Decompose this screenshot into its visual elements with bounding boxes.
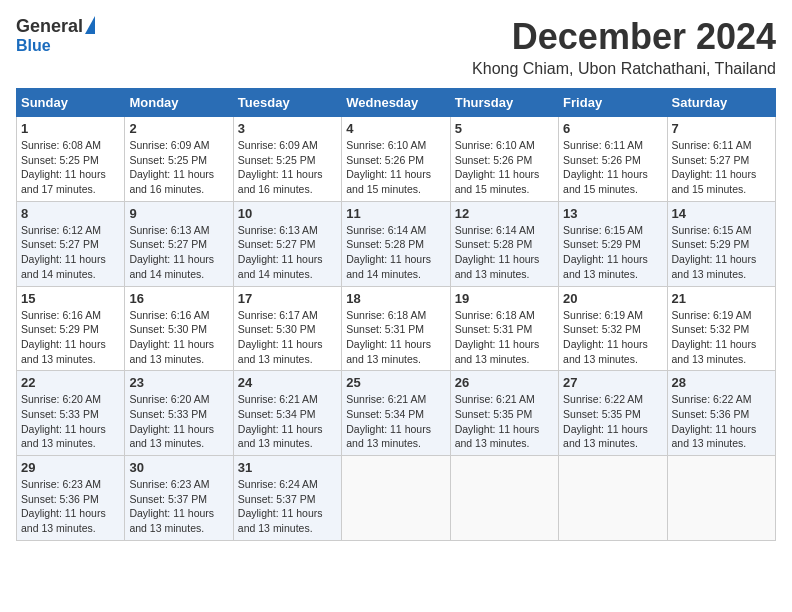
day-number: 19: [455, 291, 554, 306]
calendar-cell: 29Sunrise: 6:23 AMSunset: 5:36 PMDayligh…: [17, 456, 125, 541]
calendar-table: SundayMondayTuesdayWednesdayThursdayFrid…: [16, 88, 776, 541]
day-info: Sunrise: 6:15 AMSunset: 5:29 PMDaylight:…: [672, 223, 771, 282]
day-info: Sunrise: 6:21 AMSunset: 5:35 PMDaylight:…: [455, 392, 554, 451]
month-title: December 2024: [472, 16, 776, 58]
day-info: Sunrise: 6:23 AMSunset: 5:37 PMDaylight:…: [129, 477, 228, 536]
day-info: Sunrise: 6:14 AMSunset: 5:28 PMDaylight:…: [455, 223, 554, 282]
day-info: Sunrise: 6:08 AMSunset: 5:25 PMDaylight:…: [21, 138, 120, 197]
day-info: Sunrise: 6:09 AMSunset: 5:25 PMDaylight:…: [129, 138, 228, 197]
calendar-cell: 10Sunrise: 6:13 AMSunset: 5:27 PMDayligh…: [233, 201, 341, 286]
logo: General Blue: [16, 16, 95, 55]
day-info: Sunrise: 6:21 AMSunset: 5:34 PMDaylight:…: [346, 392, 445, 451]
calendar-cell: 18Sunrise: 6:18 AMSunset: 5:31 PMDayligh…: [342, 286, 450, 371]
column-header-wednesday: Wednesday: [342, 89, 450, 117]
calendar-cell: [559, 456, 667, 541]
logo-blue-text: Blue: [16, 37, 51, 55]
day-number: 4: [346, 121, 445, 136]
calendar-cell: 31Sunrise: 6:24 AMSunset: 5:37 PMDayligh…: [233, 456, 341, 541]
day-info: Sunrise: 6:15 AMSunset: 5:29 PMDaylight:…: [563, 223, 662, 282]
day-number: 20: [563, 291, 662, 306]
day-number: 11: [346, 206, 445, 221]
calendar-cell: 15Sunrise: 6:16 AMSunset: 5:29 PMDayligh…: [17, 286, 125, 371]
calendar-cell: 9Sunrise: 6:13 AMSunset: 5:27 PMDaylight…: [125, 201, 233, 286]
day-info: Sunrise: 6:19 AMSunset: 5:32 PMDaylight:…: [672, 308, 771, 367]
day-number: 2: [129, 121, 228, 136]
calendar-cell: 1Sunrise: 6:08 AMSunset: 5:25 PMDaylight…: [17, 117, 125, 202]
day-number: 5: [455, 121, 554, 136]
day-info: Sunrise: 6:16 AMSunset: 5:29 PMDaylight:…: [21, 308, 120, 367]
calendar-cell: 26Sunrise: 6:21 AMSunset: 5:35 PMDayligh…: [450, 371, 558, 456]
calendar-cell: 3Sunrise: 6:09 AMSunset: 5:25 PMDaylight…: [233, 117, 341, 202]
calendar-cell: 25Sunrise: 6:21 AMSunset: 5:34 PMDayligh…: [342, 371, 450, 456]
column-header-tuesday: Tuesday: [233, 89, 341, 117]
column-header-friday: Friday: [559, 89, 667, 117]
day-number: 24: [238, 375, 337, 390]
calendar-cell: 4Sunrise: 6:10 AMSunset: 5:26 PMDaylight…: [342, 117, 450, 202]
logo-triangle-icon: [85, 16, 95, 34]
day-number: 26: [455, 375, 554, 390]
day-number: 9: [129, 206, 228, 221]
calendar-cell: [342, 456, 450, 541]
calendar-cell: 16Sunrise: 6:16 AMSunset: 5:30 PMDayligh…: [125, 286, 233, 371]
day-number: 16: [129, 291, 228, 306]
calendar-cell: 24Sunrise: 6:21 AMSunset: 5:34 PMDayligh…: [233, 371, 341, 456]
calendar-cell: 6Sunrise: 6:11 AMSunset: 5:26 PMDaylight…: [559, 117, 667, 202]
calendar-cell: 17Sunrise: 6:17 AMSunset: 5:30 PMDayligh…: [233, 286, 341, 371]
day-info: Sunrise: 6:11 AMSunset: 5:26 PMDaylight:…: [563, 138, 662, 197]
day-number: 3: [238, 121, 337, 136]
day-number: 15: [21, 291, 120, 306]
calendar-cell: 30Sunrise: 6:23 AMSunset: 5:37 PMDayligh…: [125, 456, 233, 541]
day-number: 18: [346, 291, 445, 306]
calendar-cell: 2Sunrise: 6:09 AMSunset: 5:25 PMDaylight…: [125, 117, 233, 202]
day-number: 29: [21, 460, 120, 475]
location-text: Khong Chiam, Ubon Ratchathani, Thailand: [472, 60, 776, 78]
day-info: Sunrise: 6:23 AMSunset: 5:36 PMDaylight:…: [21, 477, 120, 536]
day-number: 27: [563, 375, 662, 390]
day-info: Sunrise: 6:13 AMSunset: 5:27 PMDaylight:…: [129, 223, 228, 282]
day-number: 6: [563, 121, 662, 136]
page-header: General Blue December 2024 Khong Chiam, …: [16, 16, 776, 78]
day-info: Sunrise: 6:14 AMSunset: 5:28 PMDaylight:…: [346, 223, 445, 282]
calendar-cell: 11Sunrise: 6:14 AMSunset: 5:28 PMDayligh…: [342, 201, 450, 286]
calendar-cell: [667, 456, 775, 541]
day-number: 8: [21, 206, 120, 221]
calendar-cell: 22Sunrise: 6:20 AMSunset: 5:33 PMDayligh…: [17, 371, 125, 456]
day-info: Sunrise: 6:10 AMSunset: 5:26 PMDaylight:…: [346, 138, 445, 197]
calendar-cell: 8Sunrise: 6:12 AMSunset: 5:27 PMDaylight…: [17, 201, 125, 286]
day-info: Sunrise: 6:22 AMSunset: 5:36 PMDaylight:…: [672, 392, 771, 451]
day-number: 25: [346, 375, 445, 390]
day-number: 28: [672, 375, 771, 390]
day-number: 7: [672, 121, 771, 136]
day-info: Sunrise: 6:20 AMSunset: 5:33 PMDaylight:…: [21, 392, 120, 451]
calendar-cell: 7Sunrise: 6:11 AMSunset: 5:27 PMDaylight…: [667, 117, 775, 202]
day-info: Sunrise: 6:24 AMSunset: 5:37 PMDaylight:…: [238, 477, 337, 536]
day-number: 13: [563, 206, 662, 221]
day-info: Sunrise: 6:13 AMSunset: 5:27 PMDaylight:…: [238, 223, 337, 282]
day-info: Sunrise: 6:16 AMSunset: 5:30 PMDaylight:…: [129, 308, 228, 367]
calendar-cell: 28Sunrise: 6:22 AMSunset: 5:36 PMDayligh…: [667, 371, 775, 456]
title-section: December 2024 Khong Chiam, Ubon Ratchath…: [472, 16, 776, 78]
day-info: Sunrise: 6:22 AMSunset: 5:35 PMDaylight:…: [563, 392, 662, 451]
calendar-week-5: 29Sunrise: 6:23 AMSunset: 5:36 PMDayligh…: [17, 456, 776, 541]
day-info: Sunrise: 6:09 AMSunset: 5:25 PMDaylight:…: [238, 138, 337, 197]
day-info: Sunrise: 6:20 AMSunset: 5:33 PMDaylight:…: [129, 392, 228, 451]
calendar-cell: 20Sunrise: 6:19 AMSunset: 5:32 PMDayligh…: [559, 286, 667, 371]
calendar-week-2: 8Sunrise: 6:12 AMSunset: 5:27 PMDaylight…: [17, 201, 776, 286]
calendar-cell: [450, 456, 558, 541]
day-info: Sunrise: 6:19 AMSunset: 5:32 PMDaylight:…: [563, 308, 662, 367]
calendar-cell: 23Sunrise: 6:20 AMSunset: 5:33 PMDayligh…: [125, 371, 233, 456]
day-number: 23: [129, 375, 228, 390]
calendar-week-4: 22Sunrise: 6:20 AMSunset: 5:33 PMDayligh…: [17, 371, 776, 456]
calendar-cell: 21Sunrise: 6:19 AMSunset: 5:32 PMDayligh…: [667, 286, 775, 371]
column-header-saturday: Saturday: [667, 89, 775, 117]
day-number: 22: [21, 375, 120, 390]
calendar-cell: 12Sunrise: 6:14 AMSunset: 5:28 PMDayligh…: [450, 201, 558, 286]
day-number: 31: [238, 460, 337, 475]
column-header-sunday: Sunday: [17, 89, 125, 117]
column-header-thursday: Thursday: [450, 89, 558, 117]
day-info: Sunrise: 6:17 AMSunset: 5:30 PMDaylight:…: [238, 308, 337, 367]
day-info: Sunrise: 6:11 AMSunset: 5:27 PMDaylight:…: [672, 138, 771, 197]
day-number: 1: [21, 121, 120, 136]
day-number: 10: [238, 206, 337, 221]
day-info: Sunrise: 6:10 AMSunset: 5:26 PMDaylight:…: [455, 138, 554, 197]
